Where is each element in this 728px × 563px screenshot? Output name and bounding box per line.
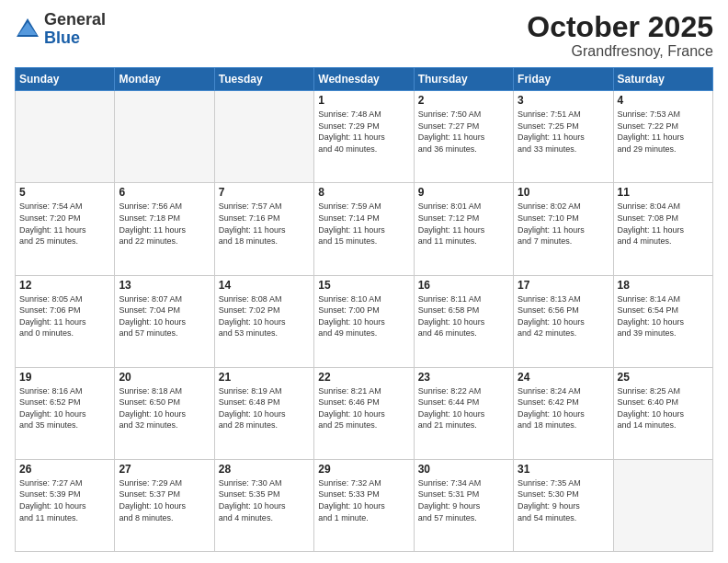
day-info: Sunrise: 8:24 AM Sunset: 6:42 PM Dayligh… [518, 385, 609, 431]
calendar-table: SundayMondayTuesdayWednesdayThursdayFrid… [15, 67, 713, 552]
day-info: Sunrise: 8:16 AM Sunset: 6:52 PM Dayligh… [19, 385, 110, 431]
calendar-cell: 8Sunrise: 7:59 AM Sunset: 7:14 PM Daylig… [314, 183, 414, 275]
day-number: 12 [19, 279, 110, 292]
calendar-cell: 1Sunrise: 7:48 AM Sunset: 7:29 PM Daylig… [314, 91, 414, 183]
weekday-header: Monday [115, 68, 214, 91]
calendar-cell: 24Sunrise: 8:24 AM Sunset: 6:42 PM Dayli… [514, 367, 613, 459]
day-number: 6 [119, 186, 210, 199]
day-number: 22 [318, 371, 409, 384]
logo-icon [15, 17, 40, 42]
logo-text: General Blue [44, 11, 106, 48]
calendar-cell [16, 91, 115, 183]
calendar-cell: 21Sunrise: 8:19 AM Sunset: 6:48 PM Dayli… [214, 367, 313, 459]
day-number: 10 [518, 186, 609, 199]
day-info: Sunrise: 8:22 AM Sunset: 6:44 PM Dayligh… [418, 385, 509, 431]
calendar-cell: 5Sunrise: 7:54 AM Sunset: 7:20 PM Daylig… [16, 183, 115, 275]
day-info: Sunrise: 8:14 AM Sunset: 6:54 PM Dayligh… [618, 293, 709, 339]
day-info: Sunrise: 7:48 AM Sunset: 7:29 PM Dayligh… [318, 109, 409, 155]
day-info: Sunrise: 8:10 AM Sunset: 7:00 PM Dayligh… [318, 293, 409, 339]
calendar-cell: 4Sunrise: 7:53 AM Sunset: 7:22 PM Daylig… [613, 91, 712, 183]
calendar-cell [214, 91, 313, 183]
page: General Blue October 2025 Grandfresnoy, … [0, 0, 728, 563]
day-number: 23 [418, 371, 509, 384]
calendar-cell: 22Sunrise: 8:21 AM Sunset: 6:46 PM Dayli… [314, 367, 414, 459]
day-number: 17 [518, 279, 609, 292]
day-info: Sunrise: 7:53 AM Sunset: 7:22 PM Dayligh… [618, 109, 709, 155]
day-number: 1 [318, 94, 409, 107]
calendar-cell: 31Sunrise: 7:35 AM Sunset: 5:30 PM Dayli… [514, 459, 613, 551]
calendar-cell: 19Sunrise: 8:16 AM Sunset: 6:52 PM Dayli… [16, 367, 115, 459]
logo-general-text: General [44, 10, 106, 29]
day-info: Sunrise: 8:13 AM Sunset: 6:56 PM Dayligh… [518, 293, 609, 339]
calendar-cell: 6Sunrise: 7:56 AM Sunset: 7:18 PM Daylig… [115, 183, 214, 275]
day-number: 29 [318, 463, 409, 476]
calendar-cell: 23Sunrise: 8:22 AM Sunset: 6:44 PM Dayli… [414, 367, 513, 459]
day-info: Sunrise: 7:35 AM Sunset: 5:30 PM Dayligh… [518, 477, 609, 523]
month-title: October 2025 [527, 11, 713, 43]
day-info: Sunrise: 8:01 AM Sunset: 7:12 PM Dayligh… [418, 201, 509, 247]
calendar-cell: 17Sunrise: 8:13 AM Sunset: 6:56 PM Dayli… [514, 275, 613, 367]
day-info: Sunrise: 7:56 AM Sunset: 7:18 PM Dayligh… [119, 201, 210, 247]
calendar-cell: 15Sunrise: 8:10 AM Sunset: 7:00 PM Dayli… [314, 275, 414, 367]
day-number: 30 [418, 463, 509, 476]
weekday-header: Thursday [414, 68, 513, 91]
calendar-cell: 12Sunrise: 8:05 AM Sunset: 7:06 PM Dayli… [16, 275, 115, 367]
calendar-cell: 29Sunrise: 7:32 AM Sunset: 5:33 PM Dayli… [314, 459, 414, 551]
header: General Blue October 2025 Grandfresnoy, … [15, 11, 713, 60]
day-number: 14 [219, 279, 310, 292]
day-info: Sunrise: 7:57 AM Sunset: 7:16 PM Dayligh… [219, 201, 310, 247]
day-info: Sunrise: 7:34 AM Sunset: 5:31 PM Dayligh… [418, 477, 509, 523]
calendar-cell: 28Sunrise: 7:30 AM Sunset: 5:35 PM Dayli… [214, 459, 313, 551]
weekday-header: Tuesday [214, 68, 313, 91]
day-number: 8 [318, 186, 409, 199]
day-number: 25 [618, 371, 709, 384]
weekday-header: Saturday [613, 68, 712, 91]
svg-marker-1 [18, 22, 37, 35]
day-info: Sunrise: 7:30 AM Sunset: 5:35 PM Dayligh… [219, 477, 310, 523]
calendar-cell: 30Sunrise: 7:34 AM Sunset: 5:31 PM Dayli… [414, 459, 513, 551]
calendar-cell: 13Sunrise: 8:07 AM Sunset: 7:04 PM Dayli… [115, 275, 214, 367]
calendar-cell: 25Sunrise: 8:25 AM Sunset: 6:40 PM Dayli… [613, 367, 712, 459]
day-number: 27 [119, 463, 210, 476]
day-info: Sunrise: 7:32 AM Sunset: 5:33 PM Dayligh… [318, 477, 409, 523]
location: Grandfresnoy, France [527, 43, 713, 60]
day-info: Sunrise: 8:08 AM Sunset: 7:02 PM Dayligh… [219, 293, 310, 339]
logo-blue-text: Blue [44, 29, 80, 47]
calendar-week-row: 12Sunrise: 8:05 AM Sunset: 7:06 PM Dayli… [16, 275, 713, 367]
day-info: Sunrise: 7:50 AM Sunset: 7:27 PM Dayligh… [418, 109, 509, 155]
calendar-cell: 20Sunrise: 8:18 AM Sunset: 6:50 PM Dayli… [115, 367, 214, 459]
calendar-cell: 14Sunrise: 8:08 AM Sunset: 7:02 PM Dayli… [214, 275, 313, 367]
day-info: Sunrise: 8:19 AM Sunset: 6:48 PM Dayligh… [219, 385, 310, 431]
calendar-header-row: SundayMondayTuesdayWednesdayThursdayFrid… [16, 68, 713, 91]
day-info: Sunrise: 8:18 AM Sunset: 6:50 PM Dayligh… [119, 385, 210, 431]
calendar-cell: 9Sunrise: 8:01 AM Sunset: 7:12 PM Daylig… [414, 183, 513, 275]
calendar-cell: 11Sunrise: 8:04 AM Sunset: 7:08 PM Dayli… [613, 183, 712, 275]
day-info: Sunrise: 8:11 AM Sunset: 6:58 PM Dayligh… [418, 293, 509, 339]
calendar-cell: 7Sunrise: 7:57 AM Sunset: 7:16 PM Daylig… [214, 183, 313, 275]
calendar-cell [613, 459, 712, 551]
day-number: 4 [618, 94, 709, 107]
calendar-cell: 10Sunrise: 8:02 AM Sunset: 7:10 PM Dayli… [514, 183, 613, 275]
day-info: Sunrise: 7:59 AM Sunset: 7:14 PM Dayligh… [318, 201, 409, 247]
day-info: Sunrise: 7:54 AM Sunset: 7:20 PM Dayligh… [19, 201, 110, 247]
day-info: Sunrise: 7:29 AM Sunset: 5:37 PM Dayligh… [119, 477, 210, 523]
calendar-week-row: 5Sunrise: 7:54 AM Sunset: 7:20 PM Daylig… [16, 183, 713, 275]
day-number: 19 [19, 371, 110, 384]
day-number: 5 [19, 186, 110, 199]
day-info: Sunrise: 8:05 AM Sunset: 7:06 PM Dayligh… [19, 293, 110, 339]
day-number: 31 [518, 463, 609, 476]
day-number: 11 [618, 186, 709, 199]
calendar-week-row: 26Sunrise: 7:27 AM Sunset: 5:39 PM Dayli… [16, 459, 713, 551]
day-number: 2 [418, 94, 509, 107]
day-number: 13 [119, 279, 210, 292]
day-info: Sunrise: 8:21 AM Sunset: 6:46 PM Dayligh… [318, 385, 409, 431]
calendar-cell: 2Sunrise: 7:50 AM Sunset: 7:27 PM Daylig… [414, 91, 513, 183]
calendar-week-row: 19Sunrise: 8:16 AM Sunset: 6:52 PM Dayli… [16, 367, 713, 459]
weekday-header: Wednesday [314, 68, 414, 91]
weekday-header: Sunday [16, 68, 115, 91]
day-number: 20 [119, 371, 210, 384]
day-info: Sunrise: 8:04 AM Sunset: 7:08 PM Dayligh… [618, 201, 709, 247]
day-info: Sunrise: 8:02 AM Sunset: 7:10 PM Dayligh… [518, 201, 609, 247]
calendar-week-row: 1Sunrise: 7:48 AM Sunset: 7:29 PM Daylig… [16, 91, 713, 183]
day-number: 21 [219, 371, 310, 384]
